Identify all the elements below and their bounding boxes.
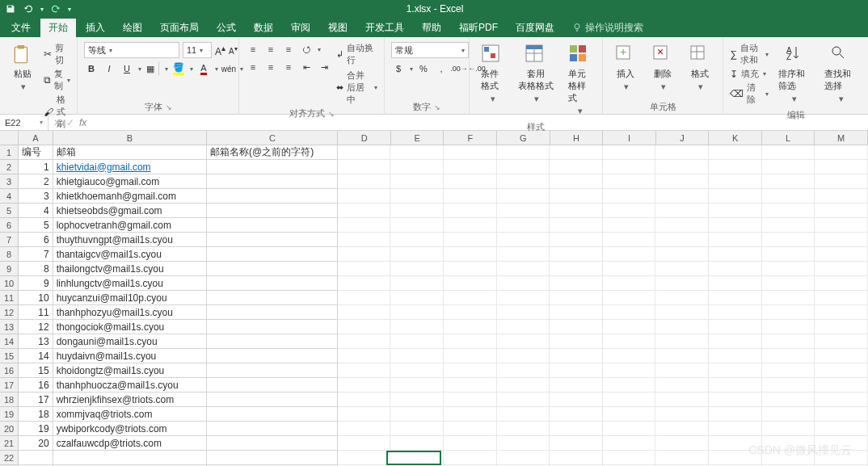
cell[interactable] <box>338 204 391 218</box>
cell[interactable] <box>390 422 444 436</box>
align-middle-icon[interactable]: ≡ <box>263 42 278 57</box>
cell[interactable] <box>338 451 391 465</box>
cell[interactable] <box>390 233 444 247</box>
cell[interactable]: linhlungctv@mail1s.cyou <box>53 276 207 291</box>
cell[interactable] <box>338 233 391 247</box>
cell[interactable] <box>762 407 815 422</box>
cell[interactable] <box>603 145 656 160</box>
cell[interactable] <box>762 378 815 393</box>
align-right-icon[interactable]: ≡ <box>281 60 296 74</box>
cell[interactable] <box>762 334 815 349</box>
cell[interactable] <box>815 160 868 174</box>
cell[interactable] <box>207 451 338 465</box>
cell[interactable] <box>815 262 868 276</box>
cell[interactable] <box>762 305 815 320</box>
cell[interactable]: 9 <box>19 276 53 291</box>
cell[interactable] <box>762 262 815 276</box>
cell[interactable] <box>390 334 444 349</box>
indent-decrease-icon[interactable]: ⇤ <box>299 60 314 74</box>
cell[interactable] <box>550 262 603 276</box>
undo-dd[interactable]: ▾ <box>40 6 44 13</box>
cell[interactable] <box>655 334 709 349</box>
cell[interactable] <box>655 305 709 320</box>
cell[interactable] <box>603 363 656 378</box>
cell[interactable] <box>550 233 603 247</box>
cell[interactable] <box>762 233 815 247</box>
cell[interactable] <box>444 334 497 349</box>
cell[interactable]: thanhphuocza@mail1s.cyou <box>53 378 207 393</box>
cell[interactable] <box>390 305 444 320</box>
cell[interactable]: 4 <box>19 204 53 218</box>
cell[interactable]: 11 <box>19 305 53 320</box>
cell[interactable] <box>655 189 709 204</box>
cell[interactable] <box>207 189 338 204</box>
cell[interactable] <box>338 349 391 363</box>
cell[interactable] <box>603 189 656 204</box>
col-header-A[interactable]: A <box>19 131 53 145</box>
cell[interactable] <box>709 305 762 320</box>
cell[interactable] <box>762 349 815 363</box>
cell[interactable]: 邮箱 <box>53 145 207 160</box>
row-header[interactable]: 21 <box>0 436 19 451</box>
align-bottom-icon[interactable]: ≡ <box>281 42 296 57</box>
col-header-C[interactable]: C <box>207 131 338 145</box>
cell[interactable] <box>207 291 338 305</box>
copy-button[interactable]: ⧉复制▾ <box>44 68 70 92</box>
cell[interactable] <box>207 262 338 276</box>
cell[interactable] <box>207 334 338 349</box>
col-header-F[interactable]: F <box>444 131 497 145</box>
align-center-icon[interactable]: ≡ <box>263 60 278 74</box>
name-box[interactable]: E22▾ <box>0 115 48 130</box>
cell[interactable] <box>338 174 391 189</box>
cell[interactable] <box>338 320 391 334</box>
row-header[interactable]: 7 <box>0 233 19 247</box>
cell[interactable] <box>207 174 338 189</box>
cell[interactable] <box>603 276 656 291</box>
cell[interactable] <box>709 363 762 378</box>
cell[interactable] <box>550 393 603 407</box>
cell[interactable] <box>444 233 497 247</box>
number-launcher[interactable]: ↘ <box>434 103 440 111</box>
cell[interactable] <box>207 378 338 393</box>
cell[interactable] <box>444 189 497 204</box>
tab-foxitpdf[interactable]: 福昕PDF <box>451 19 506 37</box>
cell[interactable] <box>603 305 656 320</box>
align-left-icon[interactable]: ≡ <box>246 60 260 74</box>
cell[interactable] <box>815 422 868 436</box>
col-header-K[interactable]: K <box>709 131 762 145</box>
cell[interactable] <box>497 436 550 451</box>
cell[interactable] <box>762 320 815 334</box>
cut-button[interactable]: ✂剪切 <box>44 42 70 66</box>
cell[interactable]: 1 <box>19 160 53 174</box>
cell[interactable] <box>444 145 497 160</box>
cell[interactable] <box>444 363 497 378</box>
fill-color-button[interactable]: 🪣 <box>171 61 186 76</box>
cell[interactable] <box>444 276 497 291</box>
cell[interactable] <box>603 204 656 218</box>
cell[interactable] <box>550 174 603 189</box>
cell[interactable] <box>207 160 338 174</box>
sort-filter-button[interactable]: AZ排序和筛选▾ <box>773 39 815 107</box>
cell[interactable] <box>603 407 656 422</box>
cell[interactable] <box>444 305 497 320</box>
cell[interactable] <box>497 204 550 218</box>
cell[interactable] <box>655 378 709 393</box>
cell[interactable] <box>207 363 338 378</box>
cell[interactable] <box>815 393 868 407</box>
cell[interactable] <box>390 218 444 233</box>
cell[interactable] <box>444 262 497 276</box>
fx-icon[interactable]: fx <box>79 117 86 128</box>
select-all-corner[interactable] <box>0 131 19 145</box>
cell[interactable] <box>709 276 762 291</box>
cell[interactable] <box>444 160 497 174</box>
cell[interactable] <box>655 204 709 218</box>
cell[interactable]: 2 <box>19 174 53 189</box>
underline-button[interactable]: U <box>120 61 134 76</box>
cell[interactable] <box>815 407 868 422</box>
cell[interactable] <box>550 247 603 262</box>
tab-help[interactable]: 帮助 <box>414 19 449 37</box>
row-header[interactable]: 11 <box>0 291 19 305</box>
cell[interactable] <box>497 247 550 262</box>
cell[interactable] <box>497 305 550 320</box>
cell[interactable] <box>444 320 497 334</box>
